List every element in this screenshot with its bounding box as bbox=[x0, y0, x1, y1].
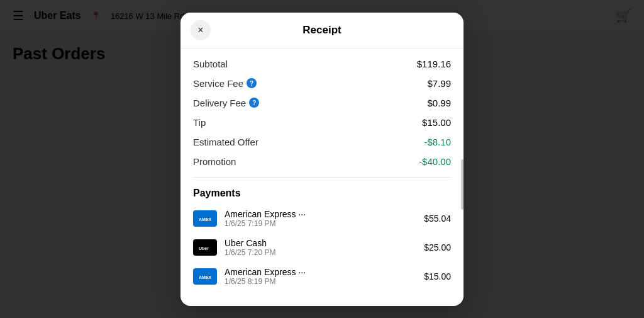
payment-name: American Express ··· bbox=[225, 209, 306, 219]
delivery-fee-row: Delivery Fee ? $0.99 bbox=[193, 98, 451, 108]
tip-label: Tip bbox=[193, 117, 206, 128]
subtotal-row: Subtotal $119.16 bbox=[193, 59, 451, 69]
payments-section: Payments AMEX American Express ··· 1/6/2 bbox=[193, 178, 451, 306]
amex-icon: AMEX bbox=[193, 268, 217, 285]
payment-amount: $25.00 bbox=[424, 242, 451, 253]
modal-body: Subtotal $119.16 Service Fee ? $7.99 Del… bbox=[180, 48, 464, 306]
delivery-fee-value: $0.99 bbox=[427, 98, 451, 108]
service-fee-label: Service Fee ? bbox=[193, 78, 257, 89]
payment-name: Uber Cash bbox=[225, 238, 275, 248]
receipt-modal: × Receipt Subtotal $119.16 Service Fee ?… bbox=[180, 13, 464, 306]
amex-icon: AMEX bbox=[193, 210, 217, 227]
svg-text:AMEX: AMEX bbox=[199, 217, 212, 222]
payment-left: Uber Uber Cash 1/6/25 7:20 PM bbox=[193, 238, 275, 257]
payments-title: Payments bbox=[193, 188, 451, 199]
promotion-label: Promotion bbox=[193, 156, 236, 167]
service-fee-row: Service Fee ? $7.99 bbox=[193, 78, 451, 89]
payment-row: AMEX American Express ··· 1/6/25 7:19 PM… bbox=[193, 209, 451, 228]
payment-name: American Express ··· bbox=[225, 267, 306, 277]
close-button[interactable]: × bbox=[191, 20, 211, 40]
payment-date: 1/6/25 7:19 PM bbox=[225, 219, 306, 228]
uber-cash-icon: Uber bbox=[193, 239, 217, 256]
modal-title: Receipt bbox=[303, 24, 341, 37]
payment-amount: $55.04 bbox=[424, 213, 451, 224]
payment-date: 1/6/25 8:19 PM bbox=[225, 277, 306, 286]
promotion-value: -$40.00 bbox=[419, 156, 451, 167]
receipt-section: Subtotal $119.16 Service Fee ? $7.99 Del… bbox=[193, 48, 451, 178]
payment-left: AMEX American Express ··· 1/6/25 8:19 PM bbox=[193, 267, 306, 286]
estimated-offer-label: Estimated Offer bbox=[193, 137, 258, 147]
svg-text:Uber: Uber bbox=[199, 246, 209, 251]
modal-overlay[interactable]: × Receipt Subtotal $119.16 Service Fee ?… bbox=[0, 0, 644, 318]
estimated-offer-row: Estimated Offer -$8.10 bbox=[193, 137, 451, 147]
promotion-row: Promotion -$40.00 bbox=[193, 156, 451, 167]
modal-header: × Receipt bbox=[180, 13, 464, 48]
svg-text:AMEX: AMEX bbox=[199, 275, 212, 280]
payment-amount: $15.00 bbox=[424, 271, 451, 281]
tip-row: Tip $15.00 bbox=[193, 117, 451, 128]
estimated-offer-value: -$8.10 bbox=[424, 137, 451, 147]
payment-left: AMEX American Express ··· 1/6/25 7:19 PM bbox=[193, 209, 306, 228]
scrollbar[interactable] bbox=[461, 159, 464, 210]
service-fee-value: $7.99 bbox=[427, 78, 451, 89]
payment-row: Uber Uber Cash 1/6/25 7:20 PM $25.00 bbox=[193, 238, 451, 257]
payment-info: American Express ··· 1/6/25 7:19 PM bbox=[225, 209, 306, 228]
payment-info: Uber Cash 1/6/25 7:20 PM bbox=[225, 238, 275, 257]
payment-info: American Express ··· 1/6/25 8:19 PM bbox=[225, 267, 306, 286]
tip-value: $15.00 bbox=[422, 117, 451, 128]
delivery-fee-info-icon[interactable]: ? bbox=[249, 98, 259, 108]
payment-row: AMEX American Express ··· 1/6/25 8:19 PM… bbox=[193, 267, 451, 286]
subtotal-label: Subtotal bbox=[193, 59, 228, 69]
payment-date: 1/6/25 7:20 PM bbox=[225, 248, 275, 257]
delivery-fee-label: Delivery Fee ? bbox=[193, 98, 259, 108]
subtotal-value: $119.16 bbox=[417, 59, 451, 69]
service-fee-info-icon[interactable]: ? bbox=[247, 78, 257, 88]
